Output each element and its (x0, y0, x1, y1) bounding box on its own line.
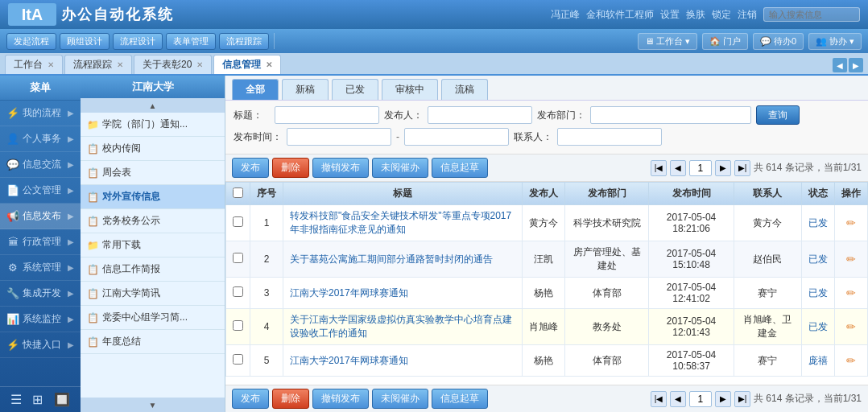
left-item-6[interactable]: 📋 信息工作简报 (81, 258, 225, 282)
tab-next-button[interactable]: ▶ (849, 58, 863, 72)
tab-info-manage[interactable]: 信息管理 ✕ (213, 55, 281, 74)
form-manage-button[interactable]: 表单管理 (166, 33, 216, 50)
row-dept: 房产管理处、基建处 (565, 241, 649, 278)
settings-link[interactable]: 设置 (660, 8, 680, 22)
tab-prev-button[interactable]: ◀ (833, 58, 847, 72)
tab-workbench[interactable]: 工作台 ✕ (5, 55, 63, 74)
publisher-input[interactable] (428, 106, 532, 124)
sidebar-item-info-publish[interactable]: 📢 信息发布 ▶ (0, 204, 81, 229)
edit-icon[interactable]: ✏ (846, 286, 856, 299)
query-button[interactable]: 查询 (756, 105, 800, 125)
left-item-5[interactable]: 📁 常用下载 (81, 233, 225, 258)
left-item-7[interactable]: 📋 江南大学简讯 (81, 282, 225, 306)
page-first-button[interactable]: |◀ (651, 160, 667, 176)
bottom-page-prev-button[interactable]: ◀ (670, 391, 686, 407)
flow-design-button[interactable]: 流程设计 (113, 33, 163, 50)
edit-icon[interactable]: ✏ (846, 216, 856, 229)
workbench-button[interactable]: 🖥 工作台 ▾ (638, 33, 697, 50)
page-next-button[interactable]: ▶ (715, 160, 731, 176)
start-flow-button[interactable]: 发起流程 (6, 33, 56, 50)
draft-button[interactable]: 信息起草 (432, 158, 488, 178)
row-publisher: 杨艳 (523, 278, 565, 309)
lock-link[interactable]: 锁定 (712, 8, 731, 22)
tab-commend[interactable]: 关于表彰20 ✕ (134, 55, 212, 74)
cooperation-button[interactable]: 👥 协办 ▾ (808, 33, 862, 50)
row-title-link[interactable]: 关于江南大学国家级虚拟仿真实验教学中心培育点建设验收工作的通知 (290, 314, 512, 339)
date-from-input[interactable] (287, 128, 391, 146)
row-title-link[interactable]: 江南大学2017年网球赛通知 (290, 287, 408, 299)
row-checkbox[interactable] (233, 354, 243, 365)
row-checkbox[interactable] (233, 216, 243, 227)
bottom-remind-button[interactable]: 未阅催办 (372, 389, 428, 409)
filter-tab-new[interactable]: 新稿 (282, 79, 329, 100)
delete-button[interactable]: 删除 (272, 158, 309, 178)
unread-remind-button[interactable]: 未阅催办 (372, 158, 428, 178)
left-scroll-down-button[interactable]: ▼ (81, 398, 225, 412)
bottom-page-number-input[interactable] (689, 391, 712, 407)
tab-flow-track[interactable]: 流程跟踪 ✕ (64, 55, 132, 74)
edit-icon[interactable]: ✏ (846, 253, 856, 266)
filter-tab-sent[interactable]: 已发 (332, 79, 378, 100)
page-last-button[interactable]: ▶| (734, 160, 750, 176)
edit-icon[interactable]: ✏ (846, 354, 856, 367)
tab-info-manage-close[interactable]: ✕ (266, 60, 272, 69)
left-item-8[interactable]: 📋 党委中心组学习简... (81, 306, 225, 330)
sidebar-item-shortcut[interactable]: ⚡ 快捷入口 ▶ (0, 332, 81, 358)
sidebar-item-personal[interactable]: 👤 个人事务 ▶ (0, 126, 81, 152)
page-number-input[interactable] (689, 160, 712, 176)
dept-input[interactable] (590, 106, 751, 124)
left-item-3[interactable]: 📋 对外宣传信息 (81, 185, 225, 209)
page-prev-button[interactable]: ◀ (670, 160, 686, 176)
filter-tab-all[interactable]: 全部 (232, 79, 279, 100)
cancel-publish-button[interactable]: 撤销发布 (312, 158, 369, 178)
flow-track-button[interactable]: 流程跟踪 (219, 33, 269, 50)
logout-link[interactable]: 注销 (738, 8, 757, 22)
sidebar-item-info-exchange[interactable]: 💬 信息交流 ▶ (0, 152, 81, 178)
bottom-delete-button[interactable]: 删除 (272, 389, 309, 409)
sidebar-item-sys-manage[interactable]: ⚙ 系统管理 ▶ (0, 255, 81, 281)
sidebar-grid-icon[interactable]: ⊞ (32, 392, 43, 407)
select-all-checkbox[interactable] (233, 187, 243, 198)
tab-flow-track-close[interactable]: ✕ (117, 60, 123, 69)
sidebar-item-monitor[interactable]: 📊 系统监控 ▶ (0, 307, 81, 332)
left-item-1[interactable]: 📋 校内传阅 (81, 137, 225, 161)
date-to-input[interactable] (404, 128, 509, 146)
sidebar-item-integration[interactable]: 🔧 集成开发 ▶ (0, 281, 81, 307)
row-checkbox[interactable] (233, 320, 243, 331)
left-item-0[interactable]: 📁 学院（部门）通知... (81, 113, 225, 137)
left-item-9[interactable]: 📋 年度总结 (81, 330, 225, 354)
row-checkbox[interactable] (233, 286, 243, 297)
pending-button[interactable]: 💬 待办0 (753, 33, 804, 50)
bottom-page-next-button[interactable]: ▶ (715, 391, 731, 407)
edit-icon[interactable]: ✏ (846, 320, 856, 333)
sidebar-item-doc-manage[interactable]: 📄 公文管理 ▶ (0, 178, 81, 204)
group-design-button[interactable]: 顾组设计 (60, 33, 110, 50)
row-title-link[interactable]: 转发科技部"食品安全关键技术研发"等重点专项2017年非报指南征求意见的通知 (290, 210, 511, 235)
row-title-link[interactable]: 关于基苑公寓施工期间部分通路暂时封闭的通告 (290, 253, 493, 265)
bottom-page-last-button[interactable]: ▶| (734, 391, 750, 407)
filter-tab-reviewing[interactable]: 审核中 (382, 79, 438, 100)
tab-workbench-close[interactable]: ✕ (48, 60, 54, 69)
search-input[interactable] (763, 7, 860, 22)
left-item-4[interactable]: 📋 党务校务公示 (81, 209, 225, 233)
left-scroll-up-button[interactable]: ▲ (81, 98, 225, 113)
sidebar-extra-icon[interactable]: 🔲 (54, 392, 70, 407)
filter-tab-draft[interactable]: 流稿 (441, 79, 488, 100)
portal-button[interactable]: 🏠 门户 (702, 33, 748, 50)
sidebar-list-icon[interactable]: ☰ (10, 392, 22, 407)
date-separator: - (396, 131, 399, 142)
bottom-draft-button[interactable]: 信息起草 (432, 389, 488, 409)
bottom-cancel-button[interactable]: 撤销发布 (312, 389, 369, 409)
row-checkbox[interactable] (233, 253, 243, 263)
publish-button[interactable]: 发布 (232, 158, 269, 178)
title-input[interactable] (275, 106, 379, 124)
row-title-link[interactable]: 江南大学2017年网球赛通知 (290, 355, 408, 366)
bottom-page-first-button[interactable]: |◀ (651, 391, 667, 407)
left-item-2[interactable]: 📋 周会表 (81, 161, 225, 185)
tab-commend-close[interactable]: ✕ (196, 60, 203, 69)
sidebar-item-admin[interactable]: 🏛 行政管理 ▶ (0, 229, 81, 255)
bottom-publish-button[interactable]: 发布 (232, 389, 269, 409)
switch-skin-link[interactable]: 换肤 (686, 8, 705, 22)
contact-input[interactable] (557, 128, 662, 146)
sidebar-item-my-flow[interactable]: ⚡ 我的流程 ▶ (0, 101, 81, 126)
